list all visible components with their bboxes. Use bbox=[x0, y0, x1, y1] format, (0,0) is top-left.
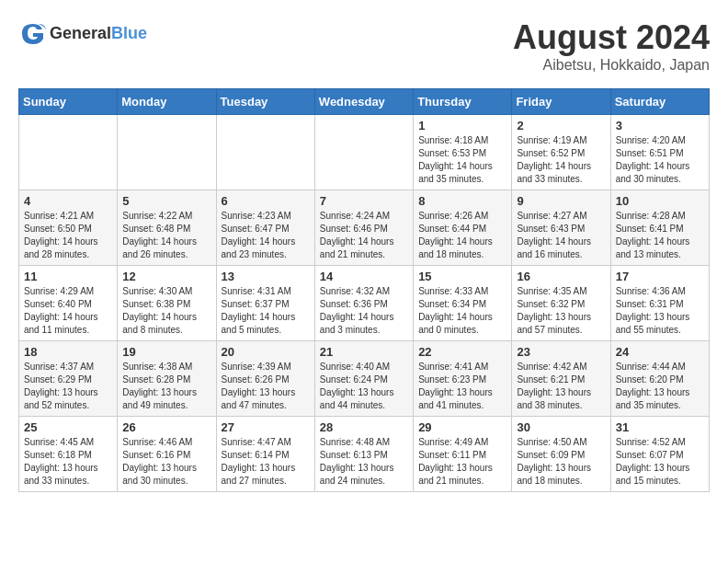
day-number: 30 bbox=[517, 420, 605, 434]
day-info: Sunrise: 4:39 AM Sunset: 6:26 PM Dayligh… bbox=[222, 361, 310, 412]
calendar-cell: 18Sunrise: 4:37 AM Sunset: 6:29 PM Dayli… bbox=[19, 341, 118, 417]
day-number: 2 bbox=[517, 119, 605, 132]
day-info: Sunrise: 4:42 AM Sunset: 6:21 PM Dayligh… bbox=[517, 361, 605, 412]
day-number: 4 bbox=[24, 194, 112, 208]
weekday-header-friday: Friday bbox=[512, 89, 610, 115]
day-info: Sunrise: 4:32 AM Sunset: 6:36 PM Dayligh… bbox=[320, 285, 408, 337]
day-info: Sunrise: 4:30 AM Sunset: 6:38 PM Dayligh… bbox=[122, 285, 210, 337]
weekday-header-thursday: Thursday bbox=[414, 89, 512, 115]
day-number: 15 bbox=[418, 270, 506, 283]
calendar-cell: 22Sunrise: 4:41 AM Sunset: 6:23 PM Dayli… bbox=[414, 341, 512, 417]
day-info: Sunrise: 4:27 AM Sunset: 6:43 PM Dayligh… bbox=[517, 210, 605, 261]
calendar-cell: 23Sunrise: 4:42 AM Sunset: 6:21 PM Dayli… bbox=[512, 341, 610, 417]
day-info: Sunrise: 4:33 AM Sunset: 6:34 PM Dayligh… bbox=[418, 285, 506, 337]
calendar-cell: 17Sunrise: 4:36 AM Sunset: 6:31 PM Dayli… bbox=[610, 266, 709, 341]
day-info: Sunrise: 4:20 AM Sunset: 6:51 PM Dayligh… bbox=[616, 134, 704, 186]
calendar-cell: 25Sunrise: 4:45 AM Sunset: 6:18 PM Dayli… bbox=[19, 417, 118, 492]
day-number: 25 bbox=[24, 420, 112, 434]
calendar-week-1: 1Sunrise: 4:18 AM Sunset: 6:53 PM Daylig… bbox=[19, 115, 710, 190]
day-info: Sunrise: 4:38 AM Sunset: 6:28 PM Dayligh… bbox=[122, 361, 210, 412]
calendar-cell: 12Sunrise: 4:30 AM Sunset: 6:38 PM Dayli… bbox=[118, 266, 216, 341]
calendar-cell: 31Sunrise: 4:52 AM Sunset: 6:07 PM Dayli… bbox=[610, 417, 709, 492]
page-header: GeneralBlue August 2024 Aibetsu, Hokkaid… bbox=[18, 18, 710, 74]
calendar-week-2: 4Sunrise: 4:21 AM Sunset: 6:50 PM Daylig… bbox=[19, 190, 710, 266]
day-info: Sunrise: 4:49 AM Sunset: 6:11 PM Dayligh… bbox=[418, 436, 506, 488]
calendar-header-row: SundayMondayTuesdayWednesdayThursdayFrid… bbox=[19, 89, 710, 115]
day-info: Sunrise: 4:26 AM Sunset: 6:44 PM Dayligh… bbox=[418, 210, 506, 261]
calendar-cell: 19Sunrise: 4:38 AM Sunset: 6:28 PM Dayli… bbox=[118, 341, 216, 417]
calendar-cell: 21Sunrise: 4:40 AM Sunset: 6:24 PM Dayli… bbox=[314, 341, 413, 417]
day-info: Sunrise: 4:50 AM Sunset: 6:09 PM Dayligh… bbox=[517, 436, 605, 488]
calendar-cell bbox=[216, 115, 314, 190]
month-title: August 2024 bbox=[513, 18, 710, 57]
day-number: 26 bbox=[122, 420, 210, 434]
day-info: Sunrise: 4:29 AM Sunset: 6:40 PM Dayligh… bbox=[24, 285, 112, 337]
day-number: 27 bbox=[222, 420, 310, 434]
day-info: Sunrise: 4:28 AM Sunset: 6:41 PM Dayligh… bbox=[616, 210, 704, 261]
weekday-header-monday: Monday bbox=[118, 89, 216, 115]
day-number: 29 bbox=[418, 420, 506, 434]
day-info: Sunrise: 4:48 AM Sunset: 6:13 PM Dayligh… bbox=[320, 436, 408, 488]
day-info: Sunrise: 4:37 AM Sunset: 6:29 PM Dayligh… bbox=[24, 361, 112, 412]
calendar-cell: 13Sunrise: 4:31 AM Sunset: 6:37 PM Dayli… bbox=[216, 266, 314, 341]
calendar-cell: 10Sunrise: 4:28 AM Sunset: 6:41 PM Dayli… bbox=[610, 190, 709, 266]
location-title: Aibetsu, Hokkaido, Japan bbox=[513, 57, 710, 74]
day-info: Sunrise: 4:46 AM Sunset: 6:16 PM Dayligh… bbox=[122, 436, 210, 488]
calendar-cell bbox=[314, 115, 413, 190]
day-info: Sunrise: 4:52 AM Sunset: 6:07 PM Dayligh… bbox=[616, 436, 704, 488]
day-number: 31 bbox=[616, 420, 704, 434]
day-info: Sunrise: 4:21 AM Sunset: 6:50 PM Dayligh… bbox=[24, 210, 112, 261]
calendar-cell: 24Sunrise: 4:44 AM Sunset: 6:20 PM Dayli… bbox=[610, 341, 709, 417]
calendar-cell: 6Sunrise: 4:23 AM Sunset: 6:47 PM Daylig… bbox=[216, 190, 314, 266]
day-info: Sunrise: 4:31 AM Sunset: 6:37 PM Dayligh… bbox=[222, 285, 310, 337]
calendar-cell: 28Sunrise: 4:48 AM Sunset: 6:13 PM Dayli… bbox=[314, 417, 413, 492]
day-info: Sunrise: 4:40 AM Sunset: 6:24 PM Dayligh… bbox=[320, 361, 408, 412]
day-info: Sunrise: 4:45 AM Sunset: 6:18 PM Dayligh… bbox=[24, 436, 112, 488]
calendar-cell: 9Sunrise: 4:27 AM Sunset: 6:43 PM Daylig… bbox=[512, 190, 610, 266]
day-number: 14 bbox=[320, 270, 408, 283]
day-info: Sunrise: 4:23 AM Sunset: 6:47 PM Dayligh… bbox=[222, 210, 310, 261]
day-info: Sunrise: 4:19 AM Sunset: 6:52 PM Dayligh… bbox=[517, 134, 605, 186]
day-number: 3 bbox=[616, 119, 704, 132]
day-number: 23 bbox=[517, 345, 605, 359]
day-number: 12 bbox=[122, 270, 210, 283]
day-number: 24 bbox=[616, 345, 704, 359]
calendar-cell: 5Sunrise: 4:22 AM Sunset: 6:48 PM Daylig… bbox=[118, 190, 216, 266]
weekday-header-sunday: Sunday bbox=[19, 89, 118, 115]
day-info: Sunrise: 4:18 AM Sunset: 6:53 PM Dayligh… bbox=[418, 134, 506, 186]
day-info: Sunrise: 4:22 AM Sunset: 6:48 PM Dayligh… bbox=[122, 210, 210, 261]
day-number: 11 bbox=[24, 270, 112, 283]
day-number: 16 bbox=[517, 270, 605, 283]
day-number: 9 bbox=[517, 194, 605, 208]
day-number: 22 bbox=[418, 345, 506, 359]
day-number: 10 bbox=[616, 194, 704, 208]
calendar-cell: 4Sunrise: 4:21 AM Sunset: 6:50 PM Daylig… bbox=[19, 190, 118, 266]
day-number: 17 bbox=[616, 270, 704, 283]
logo-icon bbox=[18, 18, 48, 48]
day-info: Sunrise: 4:41 AM Sunset: 6:23 PM Dayligh… bbox=[418, 361, 506, 412]
calendar-cell: 3Sunrise: 4:20 AM Sunset: 6:51 PM Daylig… bbox=[610, 115, 709, 190]
weekday-header-saturday: Saturday bbox=[610, 89, 709, 115]
logo: GeneralBlue bbox=[18, 18, 147, 48]
weekday-header-wednesday: Wednesday bbox=[314, 89, 413, 115]
day-number: 8 bbox=[418, 194, 506, 208]
calendar-cell: 1Sunrise: 4:18 AM Sunset: 6:53 PM Daylig… bbox=[414, 115, 512, 190]
day-number: 13 bbox=[222, 270, 310, 283]
calendar-cell: 14Sunrise: 4:32 AM Sunset: 6:36 PM Dayli… bbox=[314, 266, 413, 341]
day-number: 20 bbox=[222, 345, 310, 359]
day-number: 7 bbox=[320, 194, 408, 208]
calendar-cell: 11Sunrise: 4:29 AM Sunset: 6:40 PM Dayli… bbox=[19, 266, 118, 341]
calendar-cell: 8Sunrise: 4:26 AM Sunset: 6:44 PM Daylig… bbox=[414, 190, 512, 266]
day-number: 6 bbox=[222, 194, 310, 208]
calendar-cell: 27Sunrise: 4:47 AM Sunset: 6:14 PM Dayli… bbox=[216, 417, 314, 492]
calendar-cell: 16Sunrise: 4:35 AM Sunset: 6:32 PM Dayli… bbox=[512, 266, 610, 341]
day-number: 28 bbox=[320, 420, 408, 434]
calendar-cell: 26Sunrise: 4:46 AM Sunset: 6:16 PM Dayli… bbox=[118, 417, 216, 492]
day-info: Sunrise: 4:47 AM Sunset: 6:14 PM Dayligh… bbox=[222, 436, 310, 488]
day-number: 21 bbox=[320, 345, 408, 359]
logo-text: GeneralBlue bbox=[50, 24, 147, 43]
day-number: 19 bbox=[122, 345, 210, 359]
calendar-cell: 7Sunrise: 4:24 AM Sunset: 6:46 PM Daylig… bbox=[314, 190, 413, 266]
title-block: August 2024 Aibetsu, Hokkaido, Japan bbox=[513, 18, 710, 74]
day-number: 1 bbox=[418, 119, 506, 132]
